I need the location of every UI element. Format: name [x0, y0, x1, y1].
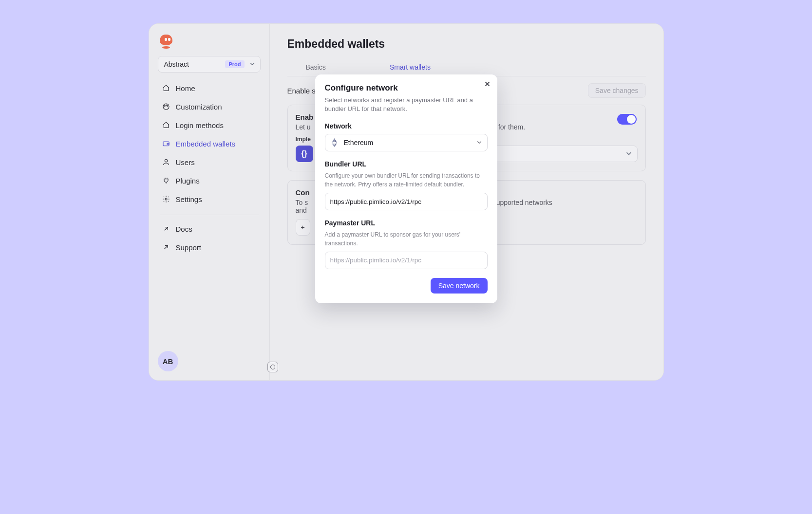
divider	[160, 215, 259, 215]
save-changes-button[interactable]: Save changes	[588, 83, 646, 98]
implementation-chip[interactable]: {}	[296, 146, 313, 162]
sidebar: Abstract Prod Home Customization	[149, 24, 270, 380]
sidebar-item-label: Users	[176, 158, 195, 166]
sidebar-item-label: Docs	[176, 225, 192, 233]
user-icon	[162, 158, 170, 166]
lock-icon	[162, 121, 170, 129]
ethereum-icon	[330, 138, 339, 147]
plug-icon	[162, 177, 170, 184]
svg-point-2	[166, 105, 167, 106]
add-network-button[interactable]: +	[296, 219, 310, 236]
page-title: Embedded wallets	[287, 37, 646, 51]
paymaster-url-input[interactable]	[325, 252, 488, 269]
sidebar-item-users[interactable]: Users	[158, 153, 261, 171]
sidebar-item-label: Settings	[176, 195, 202, 203]
sidebar-item-home[interactable]: Home	[158, 79, 261, 97]
bundler-url-input[interactable]	[325, 193, 488, 210]
configure-network-modal: Configure network Select networks and re…	[315, 74, 497, 303]
sidebar-item-customization[interactable]: Customization	[158, 98, 261, 115]
avatar-initials: AB	[163, 357, 173, 366]
paymaster-url-help: Add a paymaster URL to sponsor gas for y…	[325, 231, 488, 248]
sidebar-item-settings[interactable]: Settings	[158, 190, 261, 208]
network-value: Ethereum	[344, 139, 472, 147]
sidebar-item-label: Login methods	[176, 121, 224, 129]
svg-point-3	[167, 106, 168, 107]
network-label: Network	[325, 122, 488, 130]
tabs: Basics Recovery Smart wallets	[287, 59, 646, 76]
paymaster-url-label: Paymaster URL	[325, 219, 488, 227]
circle-icon	[270, 365, 275, 369]
avatar[interactable]: AB	[158, 351, 178, 371]
chevron-down-icon	[625, 150, 632, 158]
sidebar-item-label: Customization	[176, 103, 222, 111]
modal-description: Select networks and register a paymaster…	[325, 96, 488, 113]
enable-toggle[interactable]	[617, 114, 637, 125]
bundler-url-label: Bundler URL	[325, 160, 488, 168]
sidebar-item-embedded-wallets[interactable]: Embedded wallets	[158, 135, 261, 152]
workspace-name: Abstract	[164, 60, 222, 68]
sidebar-item-label: Home	[176, 84, 195, 92]
sidebar-item-plugins[interactable]: Plugins	[158, 172, 261, 189]
gear-icon	[162, 195, 170, 203]
close-button[interactable]	[484, 80, 491, 89]
network-select[interactable]: Ethereum	[325, 134, 488, 151]
workspace-selector[interactable]: Abstract Prod	[158, 56, 261, 73]
svg-rect-5	[167, 143, 169, 145]
app-shell: Abstract Prod Home Customization	[149, 23, 664, 381]
section-subtitle: Enable s	[287, 87, 316, 95]
svg-point-6	[165, 160, 167, 162]
bundler-url-help: Configure your own bundler URL for sendi…	[325, 172, 488, 189]
sidebar-item-login-methods[interactable]: Login methods	[158, 116, 261, 134]
chevron-down-icon	[476, 139, 482, 147]
chevron-down-icon	[248, 61, 256, 68]
sidebar-item-docs[interactable]: Docs	[158, 220, 261, 238]
sidebar-item-label: Plugins	[176, 177, 200, 185]
close-icon	[484, 80, 491, 89]
svg-rect-4	[163, 142, 169, 146]
tab-smart-wallets[interactable]: Smart wallets	[389, 59, 432, 76]
external-link-icon	[162, 243, 170, 251]
sidebar-item-label: Embedded wallets	[176, 140, 236, 148]
external-link-icon	[162, 225, 170, 233]
env-badge: Prod	[225, 60, 244, 68]
wallet-icon	[162, 140, 170, 147]
home-icon	[162, 84, 170, 92]
modal-title: Configure network	[325, 83, 488, 93]
svg-point-1	[164, 106, 165, 107]
collapse-sidebar-button[interactable]	[267, 362, 278, 372]
palette-icon	[162, 103, 170, 110]
brand-logo	[160, 35, 172, 49]
save-network-button[interactable]: Save network	[431, 278, 488, 294]
sidebar-item-label: Support	[176, 243, 202, 252]
tab-basics[interactable]: Basics	[305, 59, 327, 76]
nav: Home Customization Login methods Embedde…	[158, 79, 261, 256]
sidebar-item-support[interactable]: Support	[158, 239, 261, 256]
svg-point-7	[165, 198, 167, 200]
